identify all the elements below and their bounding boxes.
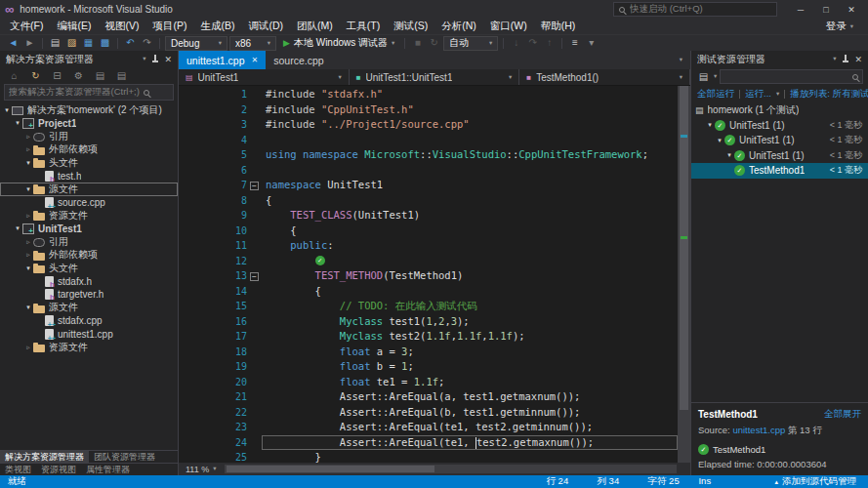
breakpoint-margin[interactable]: [179, 193, 222, 209]
group-by-icon[interactable]: ▤: [696, 72, 711, 82]
menu-item[interactable]: 文件(F): [3, 19, 50, 34]
editor-tab[interactable]: unittest1.cpp✕: [179, 51, 266, 69]
breakpoint-margin[interactable]: [179, 375, 222, 390]
breakpoint-margin[interactable]: [179, 359, 222, 375]
new-file-icon[interactable]: ▤: [48, 38, 62, 48]
pin-icon[interactable]: [151, 55, 158, 63]
chevron-right-icon[interactable]: ▹: [23, 133, 33, 141]
test-tree-item[interactable]: ▾✓UnitTest1 (1)< 1 毫秒: [691, 148, 868, 164]
solution-tree-item[interactable]: ▾头文件: [0, 156, 178, 170]
show-all-files-icon[interactable]: ▤: [93, 71, 107, 81]
code-line[interactable]: 23 Assert::AreEqual(te1, test2.getminnum…: [179, 420, 678, 435]
step-into-icon[interactable]: ↓: [509, 38, 523, 48]
test-tree-item[interactable]: ✓TestMethod1< 1 毫秒: [691, 163, 868, 179]
fold-margin[interactable]: −: [247, 178, 262, 193]
chevron-right-icon[interactable]: ▹: [23, 238, 33, 246]
open-file-icon[interactable]: ▨: [64, 38, 79, 48]
chevron-down-icon[interactable]: ▾: [833, 56, 836, 62]
breakpoint-margin[interactable]: [179, 314, 222, 330]
code-line[interactable]: 24 Assert::AreEqual(te1, test2.getmaxnum…: [179, 435, 678, 451]
breakpoint-margin[interactable]: [179, 117, 222, 133]
code-line[interactable]: 20 float te1 = 1.1f;: [179, 375, 678, 390]
undo-icon[interactable]: ↶: [123, 38, 138, 48]
solution-tree-item[interactable]: ▹资源文件: [0, 341, 178, 354]
code-line[interactable]: 9 TEST_CLASS(UnitTest1): [179, 208, 678, 224]
navigate-back-icon[interactable]: ◄: [6, 38, 21, 48]
chevron-down-icon[interactable]: ▾: [143, 56, 145, 62]
test-search-input[interactable]: [720, 69, 863, 84]
solution-tree-item[interactable]: ▹外部依赖项: [0, 249, 178, 263]
pin-icon[interactable]: [842, 55, 848, 63]
solution-tree-item[interactable]: ▾解决方案'homework' (2 个项目): [0, 103, 178, 117]
navigate-forward-icon[interactable]: ►: [22, 38, 37, 48]
breakpoint-margin[interactable]: [179, 268, 222, 284]
solution-platform-select[interactable]: x86 ▾: [229, 36, 276, 51]
solution-tree-item[interactable]: ▹资源文件: [0, 209, 178, 223]
auto-select[interactable]: 自动 ▾: [443, 36, 498, 51]
close-icon[interactable]: ✕: [854, 55, 862, 64]
add-to-source-control-button[interactable]: ▴ 添加到源代码管理: [774, 475, 856, 488]
breakpoint-margin[interactable]: [179, 435, 222, 451]
menu-item[interactable]: 生成(B): [193, 19, 241, 34]
code-line[interactable]: 22 Assert::AreEqual(b, test1.getminnum()…: [179, 405, 678, 421]
chevron-down-icon[interactable]: ▾: [724, 151, 734, 159]
horizontal-scrollbar[interactable]: [225, 465, 677, 473]
breakpoint-margin[interactable]: [179, 147, 222, 163]
redo-icon[interactable]: ↷: [140, 38, 154, 48]
code-line[interactable]: 11 public:: [179, 238, 678, 254]
solution-tree-item[interactable]: ▹引用: [0, 130, 178, 143]
playlist-link[interactable]: 播放列表: 所有测试: [790, 88, 868, 101]
menu-item[interactable]: 编辑(E): [50, 19, 98, 34]
menu-item[interactable]: 帮助(H): [534, 19, 583, 34]
menu-item[interactable]: 调试(D): [241, 19, 290, 34]
options-icon[interactable]: ≡: [567, 38, 582, 48]
bottom-tab[interactable]: 属性管理器: [81, 464, 135, 475]
breakpoint-margin[interactable]: [179, 87, 222, 102]
solution-tree-item[interactable]: stdafx.cpp: [0, 314, 178, 328]
type-dropdown[interactable]: ■ UnitTest1::UnitTest1 ▾: [350, 69, 520, 85]
solution-configuration-select[interactable]: Debug ▾: [165, 36, 227, 51]
solution-tree-item[interactable]: ▾源文件: [0, 183, 178, 196]
chevron-down-icon[interactable]: ▾: [13, 119, 22, 127]
code-line[interactable]: 4: [179, 133, 678, 148]
code-line[interactable]: 19 float b = 1;: [179, 359, 678, 375]
code-line[interactable]: 5using namespace Microsoft::VisualStudio…: [179, 147, 678, 163]
code-line[interactable]: 8{: [179, 193, 678, 209]
breakpoint-margin[interactable]: [179, 133, 222, 148]
solution-search-input[interactable]: 搜索解决方案资源管理器(Ctrl+;): [4, 84, 174, 101]
bottom-tab[interactable]: 解决方案资源管理器: [0, 451, 89, 463]
code-line[interactable]: 2#include "CppUnitTest.h": [179, 102, 678, 118]
maximize-button[interactable]: □: [814, 5, 838, 15]
code-line[interactable]: 3#include "../Project1/source.cpp": [179, 117, 678, 133]
test-tree-item[interactable]: ▤homework (1 个测试): [691, 102, 868, 118]
test-tree-item[interactable]: ▾✓UnitTest1 (1)< 1 毫秒: [691, 118, 868, 134]
code-line[interactable]: 16 Myclass test1(1,2,3);: [179, 314, 678, 330]
solution-tree-item[interactable]: ▹引用: [0, 235, 178, 249]
chevron-down-icon[interactable]: ▾: [23, 159, 33, 167]
editor-tab[interactable]: source.cpp: [266, 51, 331, 69]
chevron-right-icon[interactable]: ▹: [23, 145, 33, 153]
close-icon[interactable]: ✕: [252, 56, 259, 64]
code-line[interactable]: 21 Assert::AreEqual(a, test1.getmaxnum()…: [179, 389, 678, 405]
breakpoint-margin[interactable]: [179, 178, 222, 193]
code-line[interactable]: 10 {: [179, 224, 678, 239]
menu-item[interactable]: 窗口(W): [483, 19, 534, 34]
preview-selected-items-icon[interactable]: ▤: [114, 71, 129, 81]
breakpoint-margin[interactable]: [179, 450, 222, 463]
stop-debug-icon[interactable]: ■: [410, 38, 425, 48]
code-line[interactable]: 13− TEST_METHOD(TestMethod1): [179, 268, 678, 284]
run-link[interactable]: 运行...: [745, 88, 771, 101]
menu-item[interactable]: 团队(M): [290, 19, 340, 34]
step-over-icon[interactable]: ↷: [525, 38, 540, 48]
code-editor[interactable]: 1#include "stdafx.h"2#include "CppUnitTe…: [179, 86, 678, 463]
menu-item[interactable]: 项目(P): [145, 19, 193, 34]
code-line[interactable]: 14 {: [179, 284, 678, 300]
start-debug-button[interactable]: ▶ 本地 Windows 调试器 ▾: [278, 36, 399, 50]
source-file-link[interactable]: unittest1.cpp: [732, 425, 785, 435]
solution-tree-item[interactable]: unittest1.cpp: [0, 328, 178, 342]
bottom-tab[interactable]: 团队资源管理器: [89, 451, 160, 463]
fold-margin[interactable]: −: [247, 268, 262, 284]
restart-icon[interactable]: ↻: [427, 38, 441, 48]
solution-tree-item[interactable]: test.h: [0, 170, 178, 183]
run-all-link[interactable]: 全部运行: [697, 88, 734, 101]
